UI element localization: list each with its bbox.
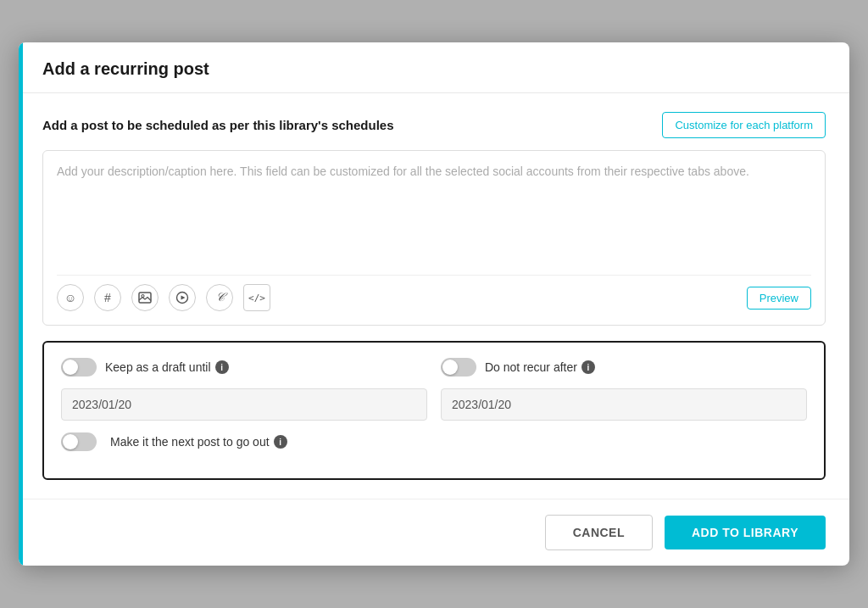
next-post-toggle[interactable] (61, 432, 97, 451)
cursive-icon[interactable]: 𝒞 (206, 284, 233, 311)
cancel-button[interactable]: CANCEL (545, 515, 653, 550)
caption-textarea[interactable] (57, 165, 811, 266)
overlay: Add a recurring post Add a post to be sc… (0, 0, 868, 608)
options-box: Keep as a draft until i Do not recur aft… (42, 341, 826, 480)
toolbar-row: ☺ # (57, 275, 811, 311)
modal-body: Add a post to be scheduled as per this l… (19, 93, 849, 499)
subtitle-row: Add a post to be scheduled as per this l… (42, 112, 826, 138)
draft-info-icon[interactable]: i (215, 360, 229, 374)
next-post-row: Make it the next post to go out i (61, 432, 807, 451)
emoji-icon[interactable]: ☺ (57, 284, 84, 311)
options-toggle-row: Keep as a draft until i Do not recur aft… (61, 358, 807, 377)
add-to-library-button[interactable]: ADD TO LIBRARY (665, 516, 826, 549)
customize-platform-button[interactable]: Customize for each platform (662, 112, 826, 138)
date-fields-row (61, 388, 807, 421)
image-icon[interactable] (131, 284, 159, 311)
text-area-wrapper: ☺ # (42, 150, 826, 326)
hashtag-icon[interactable]: # (94, 284, 121, 311)
recur-info-icon[interactable]: i (581, 360, 595, 374)
modal-title: Add a recurring post (42, 59, 826, 79)
recur-toggle-label: Do not recur after i (485, 360, 595, 374)
modal-dialog: Add a recurring post Add a post to be sc… (19, 42, 849, 566)
recur-toggle[interactable] (441, 358, 476, 377)
draft-toggle[interactable] (61, 358, 97, 377)
next-post-info-icon[interactable]: i (274, 435, 287, 449)
draft-toggle-group: Keep as a draft until i (61, 358, 427, 377)
preview-button[interactable]: Preview (747, 287, 811, 310)
recur-date-input[interactable] (441, 388, 807, 421)
svg-point-1 (142, 295, 144, 298)
draft-date-input[interactable] (61, 388, 427, 421)
recur-toggle-group: Do not recur after i (441, 358, 807, 377)
next-post-label: Make it the next post to go out i (110, 435, 287, 449)
modal-header: Add a recurring post (19, 42, 849, 93)
toolbar-icons: ☺ # (57, 284, 270, 311)
modal-subtitle: Add a post to be scheduled as per this l… (42, 118, 394, 132)
modal-footer: CANCEL ADD TO LIBRARY (19, 499, 849, 566)
video-icon[interactable] (169, 284, 196, 311)
code-icon[interactable]: </> (243, 284, 270, 311)
svg-rect-0 (139, 293, 151, 303)
draft-toggle-label: Keep as a draft until i (105, 360, 229, 374)
